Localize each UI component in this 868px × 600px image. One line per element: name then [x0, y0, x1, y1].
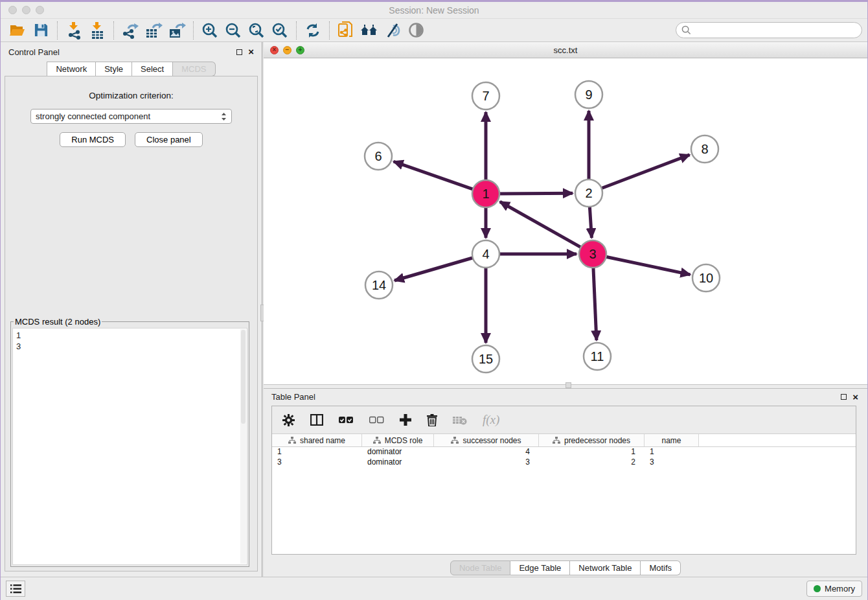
splitter-grip[interactable] [565, 382, 571, 388]
delete-table-button[interactable] [453, 415, 467, 425]
cell-name: 1 [645, 447, 699, 457]
graph-node-label-6: 6 [374, 149, 382, 163]
import-network-icon [66, 21, 82, 40]
graph-node-label-8: 8 [701, 142, 708, 156]
tab-mcds[interactable]: MCDS [173, 62, 215, 76]
tab-node-table[interactable]: Node Table [450, 560, 511, 575]
export-network-button[interactable] [119, 20, 142, 41]
table-row[interactable]: 1 dominator 4 1 1 [272, 447, 856, 457]
horizontal-splitter[interactable] [264, 384, 867, 388]
close-panel-button[interactable]: Close panel [135, 132, 203, 147]
graph-edge-2-8[interactable] [599, 155, 690, 189]
zoom-in-button[interactable] [198, 20, 222, 41]
hierarchy-icon [553, 437, 560, 444]
open-folder-icon [9, 23, 26, 38]
column-header-name[interactable]: name [645, 434, 699, 446]
export-image-icon [168, 22, 186, 39]
task-history-button[interactable] [6, 581, 25, 597]
hide-details-button[interactable] [381, 20, 404, 41]
memory-button[interactable]: Memory [806, 581, 862, 597]
graph-edge-3-11[interactable] [593, 265, 597, 340]
zoom-fit-icon [248, 22, 265, 39]
tab-network-table[interactable]: Network Table [570, 560, 641, 575]
table-settings-button[interactable] [282, 414, 295, 426]
birds-eye-view-button[interactable] [404, 20, 428, 41]
control-panel-header: Control Panel × [1, 42, 262, 62]
columns-icon [310, 414, 323, 426]
cell-successor-nodes: 4 [434, 447, 539, 457]
hierarchy-icon [373, 437, 381, 444]
close-panel-icon[interactable]: × [248, 49, 254, 55]
apply-function-button[interactable]: f(x) [483, 413, 499, 427]
result-line: 3 [16, 341, 244, 352]
toolbar-separator [296, 21, 297, 40]
export-table-button[interactable] [142, 20, 165, 41]
open-session-button[interactable] [6, 20, 29, 41]
graph-edge-1-6[interactable] [394, 161, 475, 190]
cell-name: 3 [645, 457, 699, 468]
close-panel-icon[interactable]: × [852, 394, 858, 400]
main-toolbar [1, 19, 867, 42]
import-network-button[interactable] [62, 20, 86, 41]
refresh-icon [305, 23, 321, 38]
plus-icon [400, 414, 411, 426]
export-image-button[interactable] [165, 20, 188, 41]
zoom-fit-button[interactable] [245, 20, 268, 41]
column-header-predecessor-nodes[interactable]: predecessor nodes [539, 434, 645, 446]
clone-network-button[interactable] [334, 20, 358, 41]
float-panel-icon[interactable] [841, 394, 847, 400]
create-column-button[interactable] [400, 414, 411, 426]
graph-node-label-15: 15 [479, 352, 493, 366]
apply-layout-button[interactable] [301, 20, 325, 41]
network-canvas[interactable]: 7968124314101511 [264, 58, 867, 384]
delete-columns-button[interactable] [427, 414, 437, 426]
memory-label: Memory [825, 584, 855, 594]
table-tabs: Node Table Edge Table Network Table Moti… [264, 560, 867, 575]
toggle-columns-button[interactable] [310, 414, 323, 426]
gear-icon [282, 414, 295, 426]
import-table-button[interactable] [86, 20, 109, 41]
save-session-button[interactable] [29, 20, 52, 41]
application-window: Session: New Session [0, 0, 868, 600]
graph-edge-1-2[interactable] [497, 193, 573, 194]
column-header-successor-nodes[interactable]: successor nodes [434, 434, 539, 446]
zoom-out-button[interactable] [222, 20, 245, 41]
criterion-select[interactable]: strongly connected component [30, 109, 232, 124]
float-panel-icon[interactable] [236, 49, 242, 55]
mcds-result-text[interactable]: 1 3 [12, 328, 247, 565]
search-input[interactable] [695, 25, 856, 35]
tab-motifs[interactable]: Motifs [641, 560, 681, 575]
export-network-icon [122, 22, 139, 39]
network-canvas-svg[interactable]: 7968124314101511 [264, 58, 866, 384]
deselect-all-button[interactable] [369, 416, 384, 424]
zoom-in-icon [201, 22, 218, 39]
first-neighbors-button[interactable] [358, 20, 381, 41]
graph-edge-2-3[interactable] [589, 204, 591, 238]
tab-edge-table[interactable]: Edge Table [510, 560, 570, 575]
search-box [676, 22, 862, 38]
network-window: × − + scc.txt 7968124314101511 [264, 42, 867, 389]
window-titlebar: Session: New Session [1, 2, 867, 19]
result-scrollbar[interactable] [240, 329, 246, 564]
graph-edge-4-14[interactable] [394, 257, 475, 281]
control-panel-tabs: Network Style Select MCDS [1, 62, 262, 76]
run-mcds-button[interactable]: Run MCDS [60, 132, 126, 147]
tab-select[interactable]: Select [132, 62, 173, 76]
column-header-shared-name[interactable]: shared name [272, 434, 362, 446]
graph-edge-3-10[interactable] [604, 257, 691, 275]
tab-style[interactable]: Style [96, 62, 132, 76]
table-row[interactable]: 3 dominator 3 2 3 [272, 457, 856, 468]
zoom-selected-button[interactable] [268, 20, 291, 41]
graph-node-label-9: 9 [585, 87, 592, 102]
tab-network[interactable]: Network [47, 62, 96, 76]
hide-details-icon [384, 23, 401, 38]
graph-edge-3-1[interactable] [500, 202, 583, 248]
save-icon [34, 23, 49, 38]
table-header-row: shared name MCDS role successor nodes [272, 433, 856, 447]
select-all-button[interactable] [339, 416, 354, 424]
home-icon [360, 23, 379, 38]
toolbar-separator [57, 21, 58, 40]
column-header-mcds-role[interactable]: MCDS role [362, 434, 434, 446]
cell-shared-name: 3 [272, 457, 362, 468]
optimization-criterion-label: Optimization criterion: [5, 91, 257, 100]
